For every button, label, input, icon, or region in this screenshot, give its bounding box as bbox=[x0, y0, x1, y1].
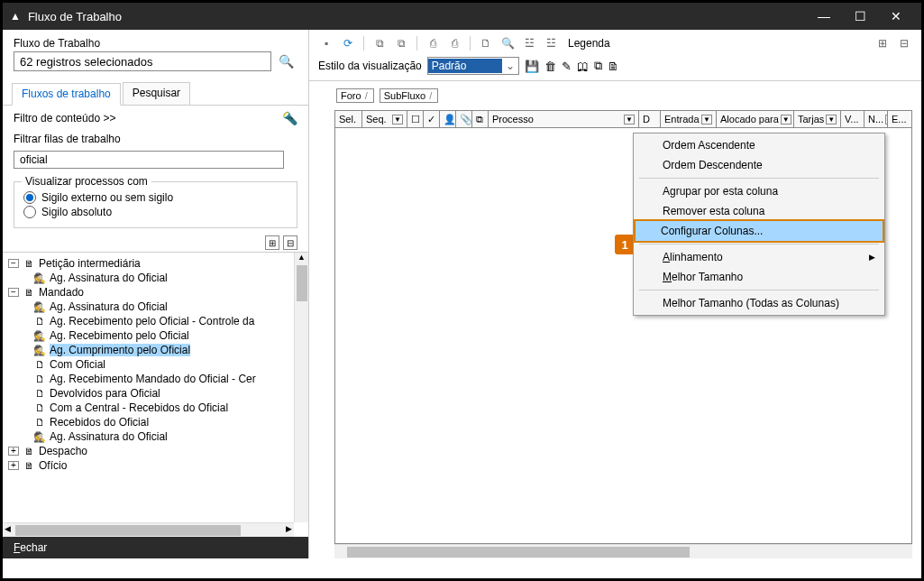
tree-node-com-oficial[interactable]: 🗋Com Oficial bbox=[6, 357, 305, 372]
breadcrumb-foro[interactable]: Foro/ bbox=[336, 88, 374, 103]
tree-node-recebimento-oficial[interactable]: 🕵Ag. Recebimento pelo Oficial bbox=[6, 328, 305, 343]
radio-absolute-label: Sigilo absoluto bbox=[41, 206, 112, 218]
tree-node-com-central[interactable]: 🗋Com a Central - Recebidos do Oficial bbox=[6, 401, 305, 415]
tree-horizontal-scrollbar[interactable] bbox=[3, 522, 294, 537]
search-doc-icon[interactable]: 🔍 bbox=[499, 35, 516, 51]
tree-node-oficio[interactable]: +🗎Ofício bbox=[6, 458, 305, 473]
col-seq[interactable]: Seq.▼ bbox=[362, 111, 407, 127]
col-e[interactable]: E... bbox=[888, 111, 911, 127]
maximize-button[interactable]: ☐ bbox=[842, 3, 878, 30]
search-icon[interactable]: 🔍 bbox=[275, 54, 297, 69]
tree-node-peticao[interactable]: −🗎Petição intermediária bbox=[6, 256, 305, 271]
toolbar-legend-label[interactable]: Legenda bbox=[568, 37, 610, 50]
app-icon: ▲ bbox=[10, 10, 21, 23]
copy-icon[interactable]: ⧉ bbox=[371, 35, 388, 51]
col-copy[interactable]: ⧉ bbox=[472, 111, 489, 127]
col-clip[interactable]: 📎 bbox=[456, 111, 472, 127]
right-panel: ▪ ⟳ ⧉ ⧉ ⎙ ⎙ 🗋 🔍 ☳ ☳ Legenda ⊞ ⊟ Estilo d… bbox=[309, 30, 921, 558]
grid-body[interactable]: 1 Ordem Ascendente Ordem Descendente Agr… bbox=[334, 128, 912, 544]
col-processo[interactable]: Processo▼ bbox=[489, 111, 639, 127]
tree-node-assinatura[interactable]: 🕵Ag. Assinatura do Oficial bbox=[6, 271, 305, 285]
save-icon[interactable]: 💾 bbox=[525, 60, 539, 73]
sign-icon: 🕵 bbox=[33, 330, 46, 342]
radio-external[interactable]: Sigilo externo ou sem sigilo bbox=[23, 191, 288, 204]
col-alocado[interactable]: Alocado para▼ bbox=[717, 111, 794, 127]
tag3-icon[interactable]: ☳ bbox=[521, 35, 537, 51]
edit-icon[interactable]: ✎ bbox=[562, 60, 572, 73]
window-title: Fluxo de Trabalho bbox=[28, 10, 806, 23]
menu-sort-asc[interactable]: Ordem Ascendente bbox=[636, 135, 883, 155]
tag-icon[interactable]: ⎙ bbox=[425, 35, 441, 51]
doc-icon[interactable]: 🗋 bbox=[478, 35, 494, 51]
menu-best-size-all[interactable]: Melhor Tamanho (Todas as Colunas) bbox=[636, 293, 883, 313]
doc-icon: 🗋 bbox=[33, 402, 46, 413]
tree-node-despacho[interactable]: +🗎Despacho bbox=[6, 444, 305, 458]
menu-sort-desc[interactable]: Ordem Descendente bbox=[636, 155, 883, 175]
menu-separator bbox=[639, 178, 879, 179]
tab-workflows[interactable]: Fluxos de trabalho bbox=[12, 83, 121, 106]
expand-all-icon[interactable]: ⊞ bbox=[265, 235, 279, 250]
tree-node-recebimento-controle[interactable]: 🗋Ag. Recebimento pelo Oficial - Controle… bbox=[6, 314, 305, 328]
menu-alignment[interactable]: Alinhamento▶ bbox=[636, 247, 883, 267]
col-entrada[interactable]: Entrada▼ bbox=[661, 111, 717, 127]
grid-horizontal-scrollbar[interactable] bbox=[334, 544, 912, 558]
flashlight-icon[interactable]: 🔦 bbox=[282, 111, 297, 125]
menu-separator bbox=[639, 244, 879, 244]
chevron-down-icon[interactable]: ▼ bbox=[826, 115, 837, 124]
folder-icon: 🗎 bbox=[23, 287, 35, 298]
radio-absolute[interactable]: Sigilo absoluto bbox=[23, 206, 288, 218]
col-check[interactable]: ☐ bbox=[407, 111, 424, 127]
col-person[interactable]: 👤 bbox=[440, 111, 456, 127]
records-search-input[interactable] bbox=[14, 51, 271, 71]
chevron-down-icon[interactable]: ▼ bbox=[781, 115, 791, 124]
menu-remove-column[interactable]: Remover esta coluna bbox=[636, 201, 883, 221]
book-icon[interactable]: 🕮 bbox=[577, 60, 589, 73]
delete-icon[interactable]: 🗑 bbox=[544, 60, 556, 73]
column-context-menu: Ordem Ascendente Ordem Descendente Agrup… bbox=[633, 133, 885, 316]
toolbar-square-icon[interactable]: ▪ bbox=[318, 35, 334, 51]
refresh-icon[interactable]: ⟳ bbox=[340, 35, 356, 51]
close-window-button[interactable]: ✕ bbox=[878, 3, 914, 30]
tree-node-assinatura[interactable]: 🕵Ag. Assinatura do Oficial bbox=[6, 300, 305, 314]
filter-queue-input[interactable] bbox=[14, 151, 284, 169]
col-d[interactable]: D bbox=[639, 111, 661, 127]
window-controls: — ☐ ✕ bbox=[806, 3, 914, 30]
menu-best-size[interactable]: Melhor Tamanho bbox=[636, 267, 883, 287]
copy2-icon[interactable]: ⧉ bbox=[594, 59, 602, 73]
menu-group-by[interactable]: Agrupar por esta coluna bbox=[636, 181, 883, 201]
visualize-box: Visualizar processos com Sigilo externo … bbox=[14, 181, 297, 228]
chevron-down-icon[interactable]: ▼ bbox=[624, 115, 635, 124]
tree-node-devolvidos[interactable]: 🗋Devolvidos para Oficial bbox=[6, 386, 305, 401]
filter-queue-label: Filtrar filas de trabalho bbox=[3, 131, 308, 147]
tag2-icon[interactable]: ⎙ bbox=[446, 35, 462, 51]
chevron-down-icon[interactable]: ▼ bbox=[392, 115, 403, 124]
col-v[interactable]: V... bbox=[841, 111, 865, 127]
tree-vertical-scrollbar[interactable] bbox=[294, 253, 308, 522]
col-tarjas[interactable]: Tarjas▼ bbox=[794, 111, 841, 127]
collapse-all-icon[interactable]: ⊟ bbox=[283, 235, 297, 250]
tree-node-recebimento-mandado[interactable]: 🗋Ag. Recebimento Mandado do Oficial - Ce… bbox=[6, 372, 305, 386]
tag4-icon[interactable]: ☳ bbox=[543, 35, 559, 51]
chevron-right-icon: ▶ bbox=[869, 253, 875, 262]
tree-node-assinatura[interactable]: 🕵Ag. Assinatura do Oficial bbox=[6, 429, 305, 444]
menu-configure-columns[interactable]: Configurar Colunas... bbox=[634, 219, 884, 243]
tree-node-recebidos[interactable]: 🗋Recebidos do Oficial bbox=[6, 415, 305, 429]
layout-icon[interactable]: ⊞ bbox=[874, 35, 891, 51]
col-check2[interactable]: ✓ bbox=[424, 111, 440, 127]
content-filter-label[interactable]: Filtro de conteúdo >> bbox=[14, 112, 115, 124]
col-sel[interactable]: Sel. bbox=[335, 111, 362, 127]
export-icon[interactable]: 🗎 bbox=[608, 60, 619, 73]
layout2-icon[interactable]: ⊟ bbox=[896, 35, 912, 51]
breadcrumb-subfluxo[interactable]: SubFluxo/ bbox=[380, 88, 439, 103]
paste-icon[interactable]: ⧉ bbox=[393, 35, 409, 51]
col-n[interactable]: N...▼ bbox=[865, 111, 888, 127]
tree-node-cumprimento[interactable]: 🕵Ag. Cumprimento pelo Oficial bbox=[6, 343, 305, 357]
right-toolbar-2: Estilo da visualização Padrão ⌄ 💾 🗑 ✎ 🕮 … bbox=[309, 55, 921, 80]
chevron-down-icon[interactable]: ▼ bbox=[701, 115, 712, 124]
style-combo[interactable]: Padrão ⌄ bbox=[427, 57, 520, 75]
tree-node-mandado[interactable]: −🗎Mandado bbox=[6, 285, 305, 300]
titlebar: ▲ Fluxo de Trabalho — ☐ ✕ bbox=[3, 3, 921, 30]
tab-search[interactable]: Pesquisar bbox=[123, 82, 190, 105]
close-button[interactable]: Fechar bbox=[3, 541, 58, 554]
minimize-button[interactable]: — bbox=[806, 3, 842, 30]
